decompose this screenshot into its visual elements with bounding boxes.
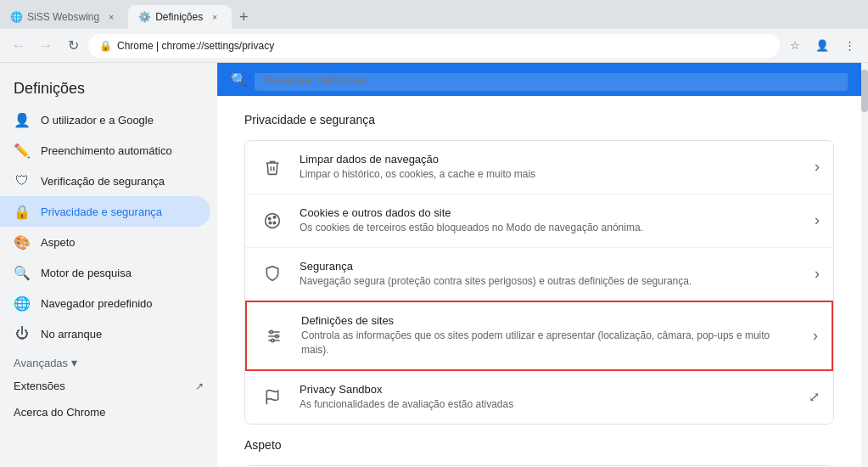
new-tab-button[interactable]: + <box>232 5 255 29</box>
sidebar-label-search: Motor de pesquisa <box>41 267 132 279</box>
reload-button[interactable]: ↻ <box>61 34 85 58</box>
autofill-icon: ✏️ <box>14 142 31 159</box>
sidebar-item-startup[interactable]: ⏻ No arranque <box>0 318 210 349</box>
content-area: 🔍 Privacidade e segurança Limpar dados d… <box>217 63 861 467</box>
svg-point-3 <box>273 222 276 224</box>
sidebar-label-security-check: Verificação de segurança <box>41 175 165 188</box>
sidebar-title: Definições <box>0 70 217 104</box>
advanced-chevron-icon: ▾ <box>71 356 77 369</box>
tab-bar: 🌐 SiSS Webswing × ⚙️ Definições × + <box>0 0 868 29</box>
about-label: Acerca do Chrome <box>14 406 105 419</box>
site-settings-arrow-icon: › <box>813 327 818 345</box>
back-button[interactable]: ← <box>7 34 31 58</box>
cookies-item[interactable]: Cookies e outros dados do site Os cookie… <box>245 194 833 248</box>
svg-point-0 <box>266 213 280 228</box>
privacy-sandbox-item[interactable]: Privacy Sandbox As funcionalidades de av… <box>245 371 833 424</box>
extensions-row[interactable]: Extensões ↗ <box>0 373 217 399</box>
sidebar-label-startup: No arranque <box>41 328 102 340</box>
forward-button[interactable]: → <box>34 34 58 58</box>
sidebar-item-about[interactable]: Acerca do Chrome <box>0 399 210 425</box>
clear-browsing-arrow-icon: › <box>815 158 820 176</box>
clear-browsing-title: Limpar dados de navegação <box>300 153 801 166</box>
site-settings-desc: Controla as informações que os sites pod… <box>301 329 799 357</box>
menu-button[interactable]: ⋮ <box>837 34 861 58</box>
nav-bar: ← → ↻ 🔒 Chrome | chrome://settings/priva… <box>0 29 868 63</box>
svg-point-1 <box>268 217 271 220</box>
cookie-icon <box>259 207 286 234</box>
site-settings-text: Definições de sites Controla as informaç… <box>301 314 799 357</box>
security-text: Segurança Navegação segura (proteção con… <box>300 260 801 289</box>
sidebar-item-security-check[interactable]: 🛡 Verificação de segurança <box>0 166 210 196</box>
scrollbar-thumb[interactable] <box>861 70 868 112</box>
security-item[interactable]: Segurança Navegação segura (proteção con… <box>245 248 833 301</box>
tab-label-siss: SiSS Webswing <box>27 11 99 23</box>
cookies-desc: Os cookies de terceiros estão bloqueados… <box>300 221 801 235</box>
tab-favicon-definicoes: ⚙️ <box>138 11 150 23</box>
tab-close-siss[interactable]: × <box>104 10 118 24</box>
clear-browsing-item[interactable]: Limpar dados de navegação Limpar o histó… <box>245 141 833 194</box>
security-arrow-icon: › <box>815 265 820 283</box>
privacy-sandbox-external-icon: ⤢ <box>809 389 820 405</box>
svg-point-4 <box>269 222 272 224</box>
cookies-title: Cookies e outros dados do site <box>300 206 801 219</box>
startup-icon: ⏻ <box>14 325 31 342</box>
clear-browsing-text: Limpar dados de navegação Limpar o histó… <box>300 153 801 182</box>
advanced-section: Avançadas ▾ <box>0 349 217 373</box>
search-icon: 🔍 <box>14 264 31 281</box>
svg-point-2 <box>273 216 276 218</box>
site-settings-title: Definições de sites <box>301 314 799 327</box>
sidebar: Definições 👤 O utilizador e a Google ✏️ … <box>0 63 217 467</box>
search-magnifier-icon: 🔍 <box>231 71 248 87</box>
address-lock-icon: 🔒 <box>99 40 112 52</box>
sidebar-item-autofill[interactable]: ✏️ Preenchimento automático <box>0 135 210 166</box>
sidebar-label-autofill: Preenchimento automático <box>41 144 172 157</box>
svg-point-10 <box>272 339 274 341</box>
sidebar-item-user[interactable]: 👤 O utilizador e a Google <box>0 104 210 135</box>
sidebar-label-browser: Navegador predefinido <box>41 297 153 310</box>
tune-icon <box>260 323 288 350</box>
site-settings-item[interactable]: Definições de sites Controla as informaç… <box>245 301 833 371</box>
privacy-card: Limpar dados de navegação Limpar o histó… <box>244 140 834 425</box>
advanced-label[interactable]: Avançadas ▾ <box>14 356 77 369</box>
clear-browsing-desc: Limpar o histórico, os cookies, a cache … <box>300 167 801 182</box>
scrollbar-track[interactable] <box>861 63 868 467</box>
sidebar-item-privacy[interactable]: 🔒 Privacidade e segurança <box>0 196 210 227</box>
privacy-icon: 🔒 <box>14 203 31 220</box>
svg-point-8 <box>270 330 272 333</box>
tab-siss[interactable]: 🌐 SiSS Webswing × <box>0 5 128 29</box>
profile-button[interactable]: 👤 <box>810 34 834 58</box>
sidebar-label-user: O utilizador e a Google <box>41 114 154 127</box>
privacy-section-title: Privacidade e segurança <box>244 113 834 127</box>
external-link-icon: ↗ <box>195 380 204 392</box>
address-text: Chrome | chrome://settings/privacy <box>117 40 274 52</box>
security-icon <box>259 260 286 287</box>
search-bar-area <box>217 63 861 73</box>
tab-definicoes[interactable]: ⚙️ Definições × <box>128 5 232 29</box>
appearance-icon: 🎨 <box>14 234 31 250</box>
address-bar[interactable]: 🔒 Chrome | chrome://settings/privacy <box>88 34 780 58</box>
nav-right: ☆ 👤 ⋮ <box>783 34 861 58</box>
cookies-text: Cookies e outros dados do site Os cookie… <box>300 206 801 235</box>
sidebar-label-appearance: Aspeto <box>41 236 75 249</box>
bookmark-button[interactable]: ☆ <box>783 34 807 58</box>
flag-icon <box>259 384 286 411</box>
extensions-label: Extensões <box>14 380 65 392</box>
browser-frame: 🌐 SiSS Webswing × ⚙️ Definições × + ← → … <box>0 0 868 467</box>
svg-point-9 <box>276 335 278 337</box>
security-desc: Navegação segura (proteção contra sites … <box>300 274 801 289</box>
security-check-icon: 🛡 <box>14 172 31 189</box>
user-icon: 👤 <box>14 111 31 128</box>
sidebar-item-search[interactable]: 🔍 Motor de pesquisa <box>0 257 210 288</box>
privacy-sandbox-desc: As funcionalidades de avaliação estão at… <box>300 397 795 412</box>
delete-icon <box>259 154 286 181</box>
privacy-sandbox-text: Privacy Sandbox As funcionalidades de av… <box>300 383 795 412</box>
sidebar-item-appearance[interactable]: 🎨 Aspeto <box>0 227 210 257</box>
browser-icon: 🌐 <box>14 295 31 312</box>
aspeto-section-title: Aspeto <box>244 438 834 452</box>
tab-close-definicoes[interactable]: × <box>208 10 221 24</box>
cookies-arrow-icon: › <box>815 211 820 229</box>
privacy-sandbox-title: Privacy Sandbox <box>300 383 795 396</box>
sidebar-item-browser[interactable]: 🌐 Navegador predefinido <box>0 288 210 318</box>
tab-favicon-siss: 🌐 <box>10 11 22 23</box>
main-content: Definições 👤 O utilizador e a Google ✏️ … <box>0 63 868 467</box>
